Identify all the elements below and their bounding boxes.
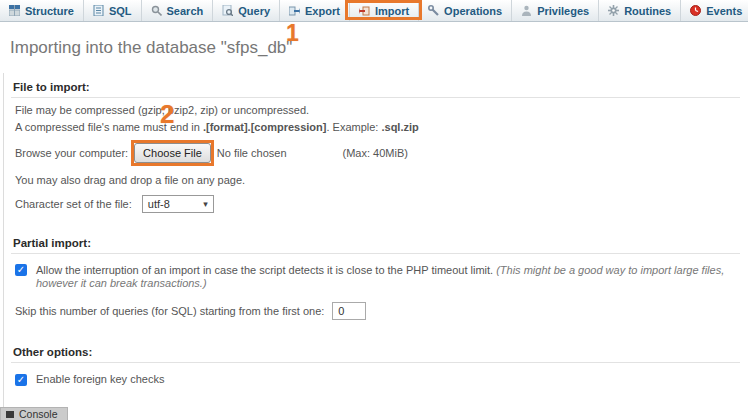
routines-icon <box>608 5 619 16</box>
foreign-key-row: ✓ Enable foreign key checks <box>15 373 740 386</box>
section-heading-partial-import: Partial import: <box>11 235 740 254</box>
phpmyadmin-import-page: Structure SQL Search Query Export Import… <box>0 0 748 420</box>
charset-row: Character set of the file: utf-8 ▾ <box>15 195 740 213</box>
tab-export[interactable]: Export <box>280 0 350 21</box>
tab-privileges[interactable]: Privileges <box>512 0 599 21</box>
drag-drop-hint: You may also drag and drop a file on any… <box>15 174 740 187</box>
section-heading-file-to-import: File to import: <box>11 79 740 98</box>
console-toggle[interactable]: Console <box>0 407 68 420</box>
skip-queries-input[interactable]: 0 <box>332 302 366 320</box>
compression-info-line2: A compressed file's name must end in .[f… <box>15 121 740 134</box>
tab-query[interactable]: Query <box>213 0 280 21</box>
tab-label: Events <box>706 5 742 17</box>
no-file-chosen-text: No file chosen <box>217 147 287 159</box>
section-heading-other-options: Other options: <box>11 344 740 363</box>
tab-label: Import <box>375 5 409 17</box>
skip-queries-row: Skip this number of queries (for SQL) st… <box>15 302 740 320</box>
events-icon <box>690 5 701 16</box>
import-form: File to import: File may be compressed (… <box>3 73 748 420</box>
allow-interruption-row: ✓ Allow the interruption of an import in… <box>15 264 740 290</box>
tab-events[interactable]: Events <box>681 0 748 21</box>
charset-label: Character set of the file: <box>15 198 132 210</box>
line2-prefix: A compressed file's name must end in <box>15 121 203 133</box>
choose-file-highlight-box: Choose File <box>131 140 214 166</box>
section-heading-format: Format: <box>11 410 740 420</box>
tab-label: Export <box>305 5 340 17</box>
sql-icon <box>93 5 104 16</box>
allow-interruption-text: Allow the interruption of an import in c… <box>36 264 496 276</box>
compression-info-line1: File may be compressed (gzip, bzip2, zip… <box>15 104 740 117</box>
chevron-down-icon: ▾ <box>203 199 208 209</box>
console-icon <box>6 411 14 418</box>
import-icon <box>359 5 370 16</box>
annotation-step-1: 1 <box>286 22 299 45</box>
annotation-step-2: 2 <box>160 101 174 127</box>
tab-label: Query <box>238 5 270 17</box>
tab-label: Search <box>167 5 204 17</box>
structure-icon <box>9 5 20 16</box>
privileges-icon <box>521 5 532 16</box>
tab-label: Privileges <box>537 5 589 17</box>
tab-label: Operations <box>444 5 502 17</box>
skip-queries-label: Skip this number of queries (for SQL) st… <box>15 305 324 317</box>
tab-label: Structure <box>25 5 74 17</box>
browse-row: Browse your computer: Choose File No fil… <box>15 140 740 166</box>
line2-mid: . Example: <box>326 121 381 133</box>
database-tabbar: Structure SQL Search Query Export Import… <box>0 0 748 22</box>
allow-interruption-label: Allow the interruption of an import in c… <box>36 264 740 290</box>
console-label: Console <box>19 408 58 420</box>
tab-label: Routines <box>624 5 671 17</box>
charset-select[interactable]: utf-8 ▾ <box>142 195 214 213</box>
tab-operations[interactable]: Operations <box>419 0 512 21</box>
tab-import[interactable]: Import <box>350 0 419 21</box>
browse-label: Browse your computer: <box>15 147 128 159</box>
tab-label: SQL <box>109 5 132 17</box>
foreign-key-label: Enable foreign key checks <box>36 373 164 386</box>
choose-file-button[interactable]: Choose File <box>134 143 211 163</box>
tab-sql[interactable]: SQL <box>84 0 142 21</box>
export-icon <box>289 5 300 16</box>
operations-icon <box>428 5 439 16</box>
max-upload-size: (Max: 40MiB) <box>343 147 408 159</box>
charset-selected-value: utf-8 <box>148 198 170 210</box>
tab-structure[interactable]: Structure <box>0 0 84 21</box>
page-title: Importing into the database "sfps_db" <box>10 38 748 58</box>
tab-routines[interactable]: Routines <box>599 0 681 21</box>
query-icon <box>222 5 233 16</box>
search-icon <box>151 5 162 16</box>
line2-format-pattern: .[format].[compression] <box>203 121 326 133</box>
foreign-key-checkbox[interactable]: ✓ <box>15 374 27 386</box>
tab-search[interactable]: Search <box>142 0 214 21</box>
line2-example: .sql.zip <box>381 121 418 133</box>
allow-interruption-checkbox[interactable]: ✓ <box>15 264 27 276</box>
